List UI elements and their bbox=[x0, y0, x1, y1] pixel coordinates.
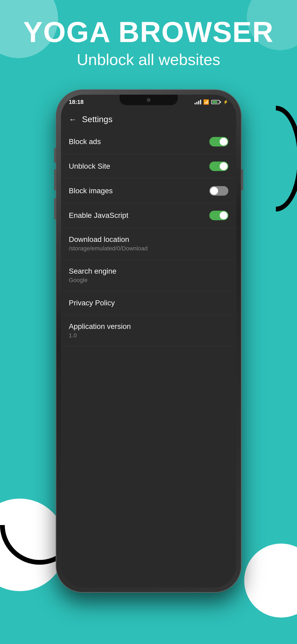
phone-screen: 18:18 📶 bbox=[61, 95, 236, 587]
settings-item-title-block-ads: Block ads bbox=[69, 137, 209, 146]
settings-item-content-js: Enable JavaScript bbox=[69, 211, 209, 220]
volume-up-button bbox=[54, 169, 56, 190]
settings-item-title-app-version: Application version bbox=[69, 322, 228, 331]
toggle-block-images[interactable] bbox=[209, 186, 228, 196]
wifi-icon: 📶 bbox=[203, 99, 209, 105]
settings-item-subtitle-search-engine: Google bbox=[69, 277, 228, 284]
toggle-knob-block-images bbox=[210, 187, 218, 195]
toggle-block-ads[interactable] bbox=[209, 137, 228, 146]
settings-item-content-privacy: Privacy Policy bbox=[69, 299, 228, 307]
settings-item-content-block-images: Block images bbox=[69, 187, 209, 195]
settings-item-content-unblock: Unblock Site bbox=[69, 162, 209, 171]
settings-item-block-images[interactable]: Block images bbox=[61, 179, 236, 203]
toggle-enable-js[interactable] bbox=[209, 211, 228, 220]
settings-top-bar: ← Settings bbox=[61, 109, 236, 130]
settings-item-unblock-site[interactable]: Unblock Site bbox=[61, 154, 236, 179]
settings-item-content: Block ads bbox=[69, 137, 209, 146]
settings-item-content-version: Application version 1.0 bbox=[69, 322, 228, 339]
settings-item-title-enable-js: Enable JavaScript bbox=[69, 211, 209, 220]
settings-item-title-search-engine: Search engine bbox=[69, 267, 228, 275]
toggle-knob-enable-js bbox=[220, 211, 228, 219]
screen-content: ← Settings Block ads bbox=[61, 109, 236, 587]
toggle-knob-unblock-site bbox=[220, 162, 228, 170]
toggle-knob-block-ads bbox=[220, 138, 228, 146]
settings-item-title-download-location: Download location bbox=[69, 235, 228, 244]
signal-bar-4 bbox=[200, 100, 201, 104]
signal-bar-1 bbox=[195, 103, 196, 104]
front-camera bbox=[147, 98, 150, 102]
settings-item-title-unblock-site: Unblock Site bbox=[69, 162, 209, 171]
settings-item-block-ads[interactable]: Block ads bbox=[61, 130, 236, 154]
phone-notch bbox=[120, 95, 178, 105]
battery-cap bbox=[220, 101, 221, 103]
back-button[interactable]: ← bbox=[69, 115, 77, 124]
signal-icon bbox=[195, 100, 201, 104]
settings-item-title-privacy-policy: Privacy Policy bbox=[69, 299, 228, 307]
status-time: 18:18 bbox=[69, 99, 84, 105]
header-section: YOGA BROWSER Unblock all websites bbox=[0, 16, 297, 69]
settings-item-search-engine[interactable]: Search engine Google bbox=[61, 260, 236, 291]
bg-decoration-bottom-right bbox=[244, 544, 297, 618]
app-subtitle: Unblock all websites bbox=[0, 50, 297, 69]
settings-item-enable-js[interactable]: Enable JavaScript bbox=[61, 203, 236, 228]
settings-item-content-download: Download location /storage/emulated/0/Do… bbox=[69, 235, 228, 252]
toggle-unblock-site[interactable] bbox=[209, 162, 228, 171]
signal-bar-2 bbox=[196, 102, 197, 104]
settings-item-content-search: Search engine Google bbox=[69, 267, 228, 284]
signal-bar-3 bbox=[198, 101, 199, 104]
status-icons: 📶 ⚡ bbox=[195, 99, 228, 105]
page-title: Settings bbox=[82, 114, 113, 124]
power-button bbox=[241, 169, 243, 190]
settings-item-privacy-policy[interactable]: Privacy Policy bbox=[61, 291, 236, 315]
battery-fill bbox=[212, 101, 217, 103]
mute-button bbox=[54, 148, 56, 163]
settings-list: Block ads Unblock Site bbox=[61, 130, 236, 347]
settings-item-subtitle-app-version: 1.0 bbox=[69, 332, 228, 339]
volume-down-button bbox=[54, 198, 56, 219]
phone-outer-frame: 18:18 📶 bbox=[56, 90, 241, 592]
bg-curve-right bbox=[249, 106, 297, 211]
settings-item-download-location[interactable]: Download location /storage/emulated/0/Do… bbox=[61, 228, 236, 260]
phone-mockup: 18:18 📶 bbox=[56, 90, 241, 592]
battery-body bbox=[211, 100, 220, 104]
charging-icon: ⚡ bbox=[223, 99, 228, 104]
settings-item-title-block-images: Block images bbox=[69, 187, 209, 195]
battery-icon bbox=[211, 100, 221, 104]
app-title: YOGA BROWSER bbox=[0, 16, 297, 48]
settings-item-subtitle-download-location: /storage/emulated/0/Download bbox=[69, 245, 228, 252]
settings-item-app-version: Application version 1.0 bbox=[61, 315, 236, 347]
